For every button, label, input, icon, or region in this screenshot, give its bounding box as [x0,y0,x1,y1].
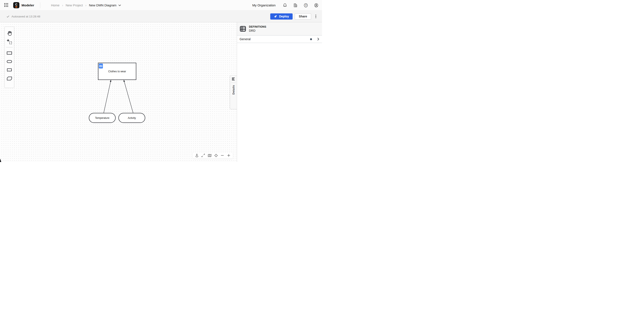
input-data-label: Activity [128,117,136,120]
action-bar-buttons: Deploy Share [270,13,318,19]
sidebar-section-label: General [240,37,310,41]
breadcrumb-home[interactable]: Home [51,3,60,7]
decision-label: Clothes to wear [108,70,126,73]
breadcrumb: Home › New Project › New DMN Diagram [51,3,121,7]
details-tab-label: Details [232,85,235,95]
check-icon [6,15,10,18]
create-input-data-tool[interactable] [6,57,13,66]
breadcrumb-separator: › [86,3,86,7]
sidebar-subtitle: DRD [249,29,266,32]
chevron-right-icon [317,38,320,41]
help-icon[interactable]: ? [304,3,308,8]
user-icon[interactable] [314,3,318,8]
camunda-logo: C [13,2,20,8]
palette-divider [6,47,13,47]
joystick-icon[interactable] [194,152,200,159]
sidebar-title: DEFINITIONS [249,25,266,28]
sidebar-titles: DEFINITIONS DRD [249,25,266,32]
logo-letter: C [15,3,17,6]
breadcrumb-current[interactable]: New DMN Diagram [89,3,121,7]
breadcrumb-current-label: New DMN Diagram [89,3,116,7]
section-content-dot [310,38,312,40]
reset-zoom-icon[interactable] [213,152,219,159]
zoom-in-icon[interactable] [226,152,232,159]
hand-tool[interactable] [6,29,13,37]
header-divider [40,2,40,8]
kebab-menu-icon[interactable] [313,13,318,19]
fit-viewport-icon[interactable] [200,152,206,159]
properties-panel-icon [232,78,235,80]
org-name[interactable]: My Organization [252,3,276,7]
create-business-knowledge-model-tool[interactable] [6,74,13,83]
create-knowledge-source-tool[interactable] [6,66,13,74]
app-name: Modeler [22,3,34,7]
deploy-button[interactable]: Deploy [270,13,292,19]
apps-grid-icon[interactable] [4,3,8,7]
header-actions: My Organization ? [252,3,318,8]
sidebar-section-general[interactable]: General [237,35,322,43]
autosave-text: Autosaved at 13:28:48 [12,15,40,18]
logo-orange-block [15,6,17,7]
rocket-icon [274,15,277,18]
action-bar: Autosaved at 13:28:48 Deploy Share [0,11,322,22]
top-header: C Modeler Home › New Project › New DMN D… [0,0,322,11]
input-data-node-activity[interactable]: Activity [118,113,145,123]
decision-table-icon[interactable] [99,64,103,68]
deploy-label: Deploy [279,15,289,18]
share-button[interactable]: Share [295,13,311,19]
properties-sidebar: DEFINITIONS DRD General [237,22,322,162]
details-tab[interactable]: Details [230,75,237,109]
minimap-icon[interactable] [206,152,213,159]
autosave-status: Autosaved at 13:28:48 [6,15,40,18]
chevron-down-icon [118,4,121,6]
decision-table-grid-icon [240,25,246,32]
canvas-controls [193,152,233,159]
building-icon[interactable] [293,3,298,8]
input-data-label: Temperature [95,117,109,120]
create-decision-tool[interactable] [6,49,13,57]
zoom-out-icon[interactable] [219,152,226,159]
requirement-arrows [0,22,237,162]
workspace: Clothes to wear Temperature Activity Det… [0,22,322,162]
breadcrumb-separator: › [62,3,63,7]
sidebar-header: DEFINITIONS DRD [237,22,322,35]
share-label: Share [299,15,307,18]
diagram-canvas[interactable]: Clothes to wear Temperature Activity Det… [0,22,237,162]
svg-text:?: ? [305,4,307,6]
palette [4,26,14,88]
input-data-node-temperature[interactable]: Temperature [89,113,116,123]
decision-node[interactable]: Clothes to wear [98,63,136,80]
lasso-tool[interactable] [6,37,13,46]
bell-icon[interactable] [282,3,287,8]
breadcrumb-project[interactable]: New Project [66,3,83,7]
bpmnio-watermark-edge [0,159,1,162]
